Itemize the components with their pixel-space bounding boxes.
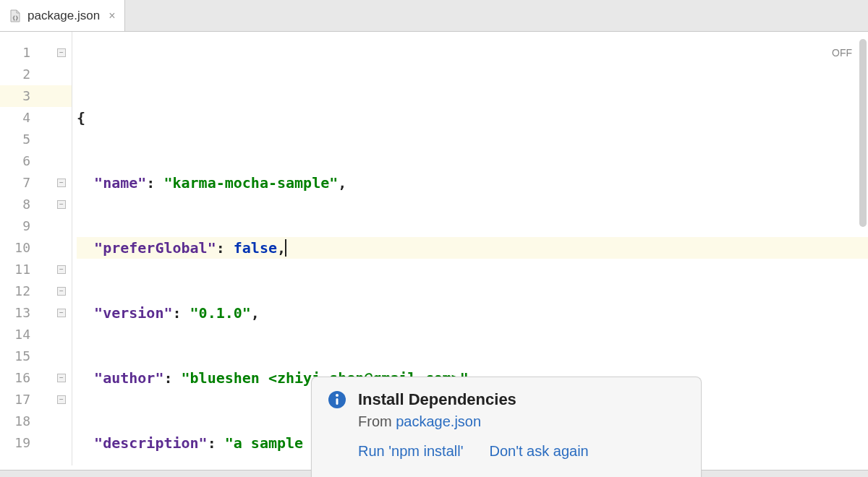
line-number: 10 bbox=[0, 237, 41, 259]
scrollbar-thumb[interactable] bbox=[859, 39, 867, 227]
svg-point-3 bbox=[336, 394, 339, 397]
fold-close-icon[interactable]: − bbox=[57, 374, 66, 382]
action-dont-ask-again[interactable]: Don't ask again bbox=[489, 443, 588, 460]
fold-toggle-icon[interactable]: − bbox=[57, 200, 66, 209]
line-number: 16 bbox=[0, 367, 41, 389]
line-number: 8 bbox=[0, 194, 41, 215]
line-number: 1 bbox=[0, 42, 41, 64]
line-number: 12 bbox=[0, 280, 41, 302]
line-number: 9 bbox=[0, 215, 41, 237]
line-number: 19 bbox=[0, 432, 41, 454]
line-number: 17 bbox=[0, 389, 41, 411]
fold-gutter: − − − − − − − − bbox=[41, 32, 72, 465]
line-number: 18 bbox=[0, 411, 41, 432]
notification-subtitle: From package.json bbox=[358, 413, 685, 430]
fold-close-icon[interactable]: − bbox=[57, 287, 66, 296]
line-number: 4 bbox=[0, 107, 41, 129]
tab-bar: {} package.json × bbox=[0, 0, 868, 32]
line-number: 11 bbox=[0, 259, 41, 280]
line-number: 6 bbox=[0, 150, 41, 172]
line-number: 15 bbox=[0, 345, 41, 367]
notification-popup: Install Dependencies From package.json R… bbox=[311, 377, 702, 477]
line-number: 3 bbox=[0, 85, 41, 107]
vertical-scrollbar[interactable] bbox=[856, 32, 868, 473]
json-file-icon: {} bbox=[9, 9, 22, 22]
notification-title: Install Dependencies bbox=[358, 390, 685, 409]
line-number-gutter: 1 2 3 4 5 6 7 8 9 10 11 12 13 14 15 16 1… bbox=[0, 32, 41, 465]
notification-file-link[interactable]: package.json bbox=[396, 413, 481, 429]
file-tab[interactable]: {} package.json × bbox=[0, 0, 125, 31]
svg-text:{}: {} bbox=[12, 15, 18, 21]
line-number: 13 bbox=[0, 302, 41, 324]
action-run-npm-install[interactable]: Run 'npm install' bbox=[358, 443, 463, 460]
fold-close-icon[interactable]: − bbox=[57, 265, 66, 274]
svg-rect-2 bbox=[336, 398, 339, 405]
tab-filename: package.json bbox=[27, 9, 100, 23]
fold-toggle-icon[interactable]: − bbox=[57, 309, 66, 317]
close-icon[interactable]: × bbox=[106, 9, 115, 22]
inspection-badge[interactable]: OFF bbox=[832, 42, 852, 64]
fold-toggle-icon[interactable]: − bbox=[57, 179, 66, 187]
fold-toggle-icon[interactable]: − bbox=[57, 395, 66, 404]
line-number: 2 bbox=[0, 64, 41, 85]
line-number: 5 bbox=[0, 129, 41, 150]
text-caret bbox=[285, 239, 286, 257]
line-number: 7 bbox=[0, 172, 41, 194]
info-icon bbox=[328, 390, 346, 409]
fold-toggle-icon[interactable]: − bbox=[57, 48, 66, 57]
line-number: 14 bbox=[0, 324, 41, 345]
